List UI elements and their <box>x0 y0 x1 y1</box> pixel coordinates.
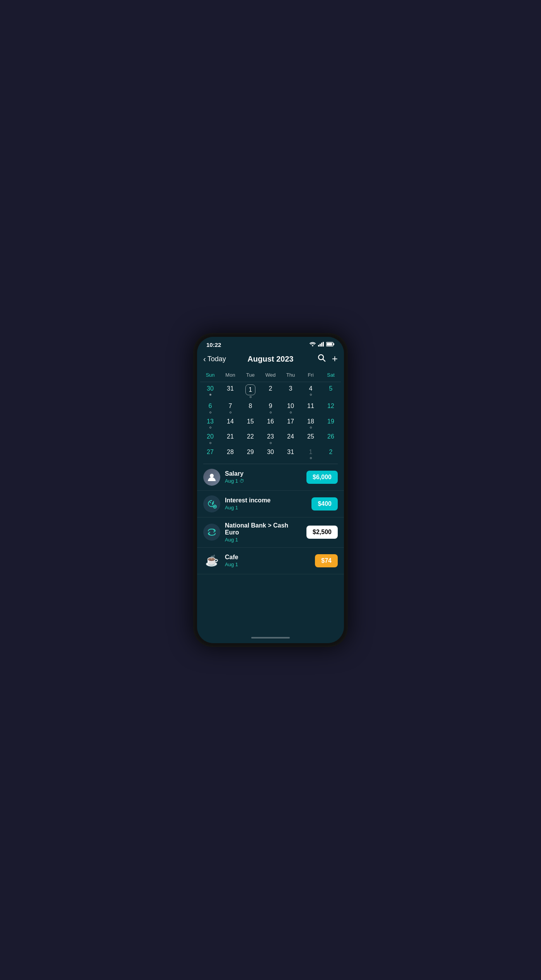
svg-line-8 <box>323 359 325 362</box>
interest-amount: $400 <box>311 497 338 510</box>
cal-day-9[interactable]: 9 <box>260 400 281 415</box>
cal-day-12[interactable]: 12 <box>321 400 341 415</box>
cal-day-31[interactable]: 31 <box>220 382 240 400</box>
month-title: August 2023 <box>234 355 307 364</box>
cal-day-27[interactable]: 27 <box>200 446 220 461</box>
wifi-icon <box>309 342 316 348</box>
cal-day-22[interactable]: 22 <box>240 430 260 445</box>
phone-frame: 10:22 <box>193 333 348 647</box>
salary-date: Aug 1 ⏱ <box>225 478 302 484</box>
weekday-wed: Wed <box>260 370 281 379</box>
svg-rect-6 <box>327 343 332 346</box>
salary-avatar <box>203 469 220 486</box>
interest-date: Aug 1 <box>225 505 307 510</box>
salary-title: Salary <box>225 470 302 477</box>
cafe-date: Aug 1 <box>225 562 310 567</box>
transaction-salary[interactable]: Salary Aug 1 ⏱ $6,000 <box>197 464 344 491</box>
transfer-amount: $2,500 <box>306 526 338 539</box>
cafe-title: Cafe <box>225 554 310 561</box>
cal-day-8[interactable]: 8 <box>240 400 260 415</box>
transaction-interest[interactable]: Interest income Aug 1 $400 <box>197 491 344 517</box>
cafe-amount: $74 <box>315 554 338 567</box>
svg-rect-2 <box>321 343 322 347</box>
cal-day-6[interactable]: 6 <box>200 400 220 415</box>
transaction-list: Salary Aug 1 ⏱ $6,000 <box>197 464 344 632</box>
svg-point-9 <box>210 474 214 478</box>
cal-day-29[interactable]: 29 <box>240 446 260 461</box>
transfer-icon <box>203 524 220 541</box>
calendar: Sun Mon Tue Wed Thu Fri Sat 30 31 1 <box>197 369 344 464</box>
weekday-tue: Tue <box>240 370 260 379</box>
cal-day-3[interactable]: 3 <box>281 382 301 400</box>
cal-day-2-next[interactable]: 2 <box>321 446 341 461</box>
cal-day-28[interactable]: 28 <box>220 446 240 461</box>
header-actions: + <box>307 353 338 364</box>
cal-day-5[interactable]: 5 <box>321 382 341 400</box>
cal-day-1-selected[interactable]: 1 <box>240 382 260 400</box>
cal-day-19[interactable]: 19 <box>321 415 341 430</box>
cal-day-16[interactable]: 16 <box>260 415 281 430</box>
cal-day-18[interactable]: 18 <box>301 415 321 430</box>
svg-rect-0 <box>318 345 319 347</box>
cal-day-23[interactable]: 23 <box>260 430 281 445</box>
cal-day-1-next[interactable]: 1 <box>301 446 321 461</box>
status-time: 10:22 <box>206 341 221 348</box>
cal-day-26[interactable]: 26 <box>321 430 341 445</box>
status-bar: 10:22 <box>197 337 344 350</box>
cal-day-2[interactable]: 2 <box>260 382 281 400</box>
back-button[interactable]: ‹ Today <box>203 355 234 364</box>
calendar-week-5: 27 28 29 30 31 1 2 <box>200 446 341 461</box>
cal-day-30[interactable]: 30 <box>260 446 281 461</box>
header: ‹ Today August 2023 + <box>197 350 344 369</box>
transfer-title: National Bank > Cash Euro <box>225 522 302 536</box>
chevron-left-icon: ‹ <box>203 355 206 364</box>
transaction-cafe[interactable]: ☕ Cafe Aug 1 $74 <box>197 548 344 574</box>
svg-rect-1 <box>320 344 321 347</box>
svg-rect-3 <box>323 342 324 347</box>
transaction-transfer[interactable]: National Bank > Cash Euro Aug 1 $2,500 <box>197 517 344 548</box>
cal-day-21[interactable]: 21 <box>220 430 240 445</box>
interest-icon <box>203 495 220 512</box>
cal-day-13[interactable]: 13 <box>200 415 220 430</box>
weekday-sun: Sun <box>200 370 220 379</box>
battery-icon <box>326 342 335 348</box>
phone-screen: 10:22 <box>197 337 344 643</box>
cafe-icon: ☕ <box>203 552 220 569</box>
transfer-info: National Bank > Cash Euro Aug 1 <box>225 522 302 543</box>
signal-icon <box>318 342 324 348</box>
home-indicator <box>197 632 344 643</box>
calendar-week-4: 20 21 22 23 24 25 <box>200 430 341 445</box>
cafe-info: Cafe Aug 1 <box>225 554 310 567</box>
cal-day-25[interactable]: 25 <box>301 430 321 445</box>
search-button[interactable] <box>317 353 326 364</box>
interest-title: Interest income <box>225 497 307 504</box>
cal-day-30-prev[interactable]: 30 <box>200 382 220 400</box>
cal-day-31[interactable]: 31 <box>281 446 301 461</box>
weekday-fri: Fri <box>301 370 321 379</box>
calendar-week-2: 6 7 8 9 10 11 <box>200 400 341 415</box>
cal-day-17[interactable]: 17 <box>281 415 301 430</box>
back-label: Today <box>208 355 226 363</box>
calendar-week-3: 13 14 15 16 17 18 <box>200 415 341 430</box>
salary-avatar-icon <box>203 469 220 486</box>
cal-day-14[interactable]: 14 <box>220 415 240 430</box>
clock-icon: ⏱ <box>240 478 244 484</box>
cal-day-15[interactable]: 15 <box>240 415 260 430</box>
cal-day-24[interactable]: 24 <box>281 430 301 445</box>
weekday-headers: Sun Mon Tue Wed Thu Fri Sat <box>200 369 341 382</box>
cal-day-10[interactable]: 10 <box>281 400 301 415</box>
salary-info: Salary Aug 1 ⏱ <box>225 470 302 484</box>
weekday-sat: Sat <box>321 370 341 379</box>
interest-info: Interest income Aug 1 <box>225 497 307 510</box>
cal-day-20[interactable]: 20 <box>200 430 220 445</box>
transfer-date: Aug 1 <box>225 537 302 543</box>
salary-amount: $6,000 <box>306 471 338 484</box>
add-button[interactable]: + <box>332 353 338 364</box>
cal-day-7[interactable]: 7 <box>220 400 240 415</box>
cal-day-11[interactable]: 11 <box>301 400 321 415</box>
weekday-thu: Thu <box>281 370 301 379</box>
cal-day-4[interactable]: 4 <box>301 382 321 400</box>
calendar-week-1: 30 31 1 2 3 4 <box>200 382 341 400</box>
svg-rect-5 <box>333 343 335 345</box>
weekday-mon: Mon <box>220 370 240 379</box>
